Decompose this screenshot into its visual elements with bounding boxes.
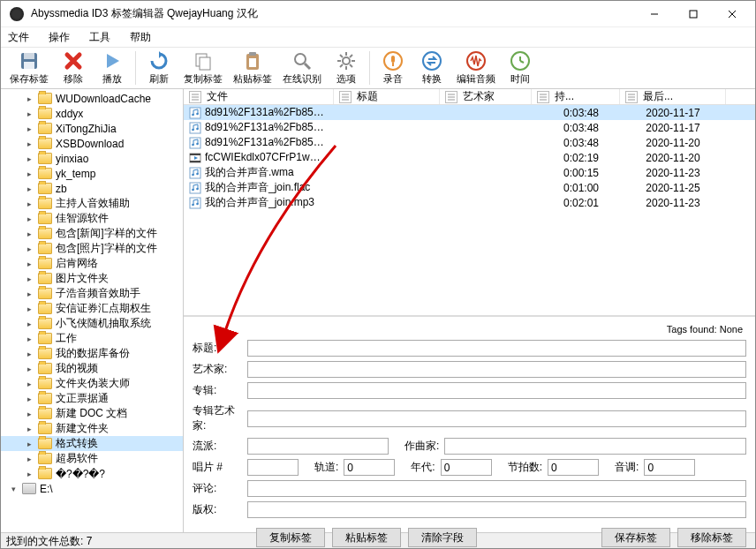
title-field[interactable]	[247, 340, 746, 357]
albumartist-field[interactable]	[247, 410, 746, 427]
folder-icon	[38, 108, 52, 119]
file-row[interactable]: 我的合并声音_join.mp30:02:012020-11-23	[184, 195, 755, 210]
tree-item[interactable]: ▸XSBDownload	[1, 136, 183, 151]
tree-item[interactable]: ▸yinxiao	[1, 151, 183, 166]
tree-item[interactable]: ▸yk_temp	[1, 166, 183, 181]
tree-item-label: 我的视频	[56, 361, 98, 376]
file-row[interactable]: fcCWIEkdlx07CFrP1wGk01...0:02:192020-11-…	[184, 150, 755, 165]
artist-field[interactable]	[247, 361, 746, 378]
clear-fields-button[interactable]: 清除字段	[408, 528, 477, 547]
menu-help[interactable]: 帮助	[130, 30, 151, 45]
disc-field[interactable]	[247, 459, 299, 476]
tree-item[interactable]: ▸安信证券汇点期权生	[1, 301, 183, 316]
col-file[interactable]: 文件	[207, 89, 228, 104]
tree-item[interactable]: ▸子浩音频音效助手	[1, 286, 183, 301]
tree-item[interactable]: ▸文件夹伪装大师	[1, 376, 183, 391]
tree-item[interactable]: ▸我的数据库备份	[1, 346, 183, 361]
tree-item[interactable]: ▸XiTongZhiJia	[1, 121, 183, 136]
tree-item[interactable]: ▸启肯网络	[1, 256, 183, 271]
online-id-button[interactable]: 在线识别	[277, 49, 327, 87]
time-button[interactable]: 时间	[501, 49, 540, 87]
year-label: 年代:	[395, 460, 440, 475]
col-title[interactable]: 标题	[357, 89, 378, 104]
tree-item[interactable]: ▸我的视频	[1, 361, 183, 376]
save-tags-button[interactable]: 保存标签	[601, 528, 670, 547]
album-field[interactable]	[247, 382, 746, 399]
chevron-right-icon: ▸	[27, 184, 36, 193]
col-artist[interactable]: 艺术家	[463, 89, 495, 104]
svg-point-36	[196, 128, 199, 131]
tree-item[interactable]: ▾E:\	[1, 481, 183, 496]
col-date[interactable]: 最后...	[643, 89, 673, 104]
chevron-right-icon: ▸	[27, 440, 36, 448]
options-button[interactable]: 选项	[327, 49, 366, 87]
paste-tags-button[interactable]: 粘贴标签	[228, 49, 277, 87]
remove-button[interactable]: 移除	[54, 49, 93, 87]
edit-audio-button[interactable]: 编辑音频	[451, 49, 501, 87]
tree-item[interactable]: ▸�?�?�?	[1, 466, 183, 481]
tree-item[interactable]: ▸小飞侠随机抽取系统	[1, 316, 183, 331]
folder-tree[interactable]: ▸WUDownloadCache▸xddyx▸XiTongZhiJia▸XSBD…	[1, 89, 184, 532]
tree-item[interactable]: ▸图片文件夹	[1, 271, 183, 286]
folder-icon	[38, 153, 52, 164]
genre-field[interactable]	[247, 438, 389, 455]
track-field[interactable]	[344, 459, 395, 476]
tree-item[interactable]: ▸格式转换	[1, 436, 183, 451]
refresh-icon	[148, 50, 170, 71]
folder-icon	[38, 288, 52, 299]
refresh-button[interactable]: 刷新	[140, 49, 178, 87]
copyright-field[interactable]	[247, 501, 746, 518]
file-list-header: 文件 标题 艺术家 持... 最后...	[184, 89, 755, 105]
file-row[interactable]: 8d91%2F131a%2Fb854%...0:03:482020-11-17	[184, 105, 755, 120]
tree-item[interactable]: ▸包含[照片]字样的文件	[1, 241, 183, 256]
tree-item[interactable]: ▸包含[新闻]字样的文件	[1, 226, 183, 241]
tree-item[interactable]: ▸新建文件夹	[1, 421, 183, 436]
bpm-field[interactable]	[548, 459, 599, 476]
tree-item[interactable]: ▸佳智源软件	[1, 211, 183, 226]
chevron-right-icon: ▾	[11, 485, 20, 493]
audio-icon	[189, 107, 201, 119]
file-row[interactable]: 8d91%2F131a%2Fb854%...0:03:482020-11-17	[184, 120, 755, 135]
tree-item[interactable]: ▸新建 DOC 文档	[1, 406, 183, 421]
composer-field[interactable]	[444, 438, 746, 455]
key-field[interactable]	[644, 459, 695, 476]
paste-tags-button[interactable]: 粘贴标签	[332, 528, 401, 547]
remove-tags-button[interactable]: 移除标签	[677, 528, 746, 547]
file-row[interactable]: 8d91%2F131a%2Fb854%...0:03:482020-11-20	[184, 135, 755, 150]
tree-item[interactable]: ▸工作	[1, 331, 183, 346]
play-button[interactable]: 播放	[93, 49, 132, 87]
col-duration[interactable]: 持...	[555, 89, 574, 104]
year-field[interactable]	[441, 459, 492, 476]
svg-rect-11	[249, 58, 256, 67]
chevron-right-icon: ▸	[27, 94, 36, 103]
svg-rect-10	[249, 52, 256, 56]
tree-item[interactable]: ▸WUDownloadCache	[1, 91, 183, 106]
chevron-right-icon: ▸	[27, 380, 36, 388]
svg-rect-46	[190, 183, 200, 193]
tags-found-label: Tags found: None	[193, 322, 746, 340]
tree-item[interactable]: ▸超易软件	[1, 451, 183, 466]
toolbar: 保存标签 移除 播放 刷新 复制标签 粘贴标签 在线识别 选项 录音 转换 编辑…	[1, 47, 755, 89]
convert-button[interactable]: 转换	[412, 49, 451, 87]
copy-tags-button[interactable]: 复制标签	[178, 49, 228, 87]
maximize-button[interactable]	[674, 2, 713, 26]
menu-tools[interactable]: 工具	[89, 30, 110, 45]
folder-icon	[38, 408, 52, 419]
copy-tags-button[interactable]: 复制标签	[256, 528, 325, 547]
tree-item[interactable]: ▸文正票据通	[1, 391, 183, 406]
file-list[interactable]: 8d91%2F131a%2Fb854%...0:03:482020-11-178…	[184, 105, 755, 315]
tree-item[interactable]: ▸主持人音效辅助	[1, 196, 183, 211]
menu-action[interactable]: 操作	[49, 30, 70, 45]
file-row[interactable]: 我的合并声音.wma0:00:152020-11-23	[184, 165, 755, 180]
menu-file[interactable]: 文件	[8, 30, 29, 45]
svg-point-50	[192, 204, 194, 207]
chevron-right-icon: ▸	[27, 199, 36, 208]
tree-item[interactable]: ▸xddyx	[1, 106, 183, 121]
minimize-button[interactable]	[635, 2, 674, 26]
close-button[interactable]	[713, 2, 752, 26]
record-button[interactable]: 录音	[374, 49, 412, 87]
save-tags-button[interactable]: 保存标签	[4, 49, 54, 87]
comment-field[interactable]	[247, 480, 746, 497]
file-row[interactable]: 我的合并声音_join.flac0:01:002020-11-25	[184, 180, 755, 195]
tree-item[interactable]: ▸zb	[1, 181, 183, 196]
